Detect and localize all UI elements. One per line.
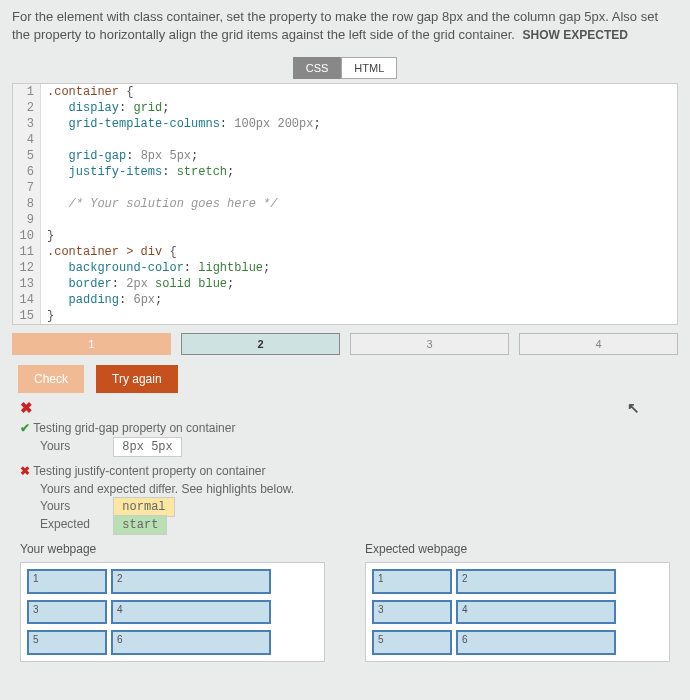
code-content[interactable]: background-color: lightblue; xyxy=(41,260,270,276)
step-2[interactable]: 2 xyxy=(181,333,340,355)
code-line[interactable]: 12 background-color: lightblue; xyxy=(13,260,677,276)
your-webpage-title: Your webpage xyxy=(20,542,325,556)
step-3[interactable]: 3 xyxy=(350,333,509,355)
step-4[interactable]: 4 xyxy=(519,333,678,355)
code-content[interactable] xyxy=(41,180,47,196)
code-content[interactable]: display: grid; xyxy=(41,100,169,116)
tab-html[interactable]: HTML xyxy=(341,57,397,79)
preview-cell: 1 xyxy=(372,569,452,594)
code-content[interactable]: padding: 6px; xyxy=(41,292,162,308)
preview-row: Your webpage 123456 Expected webpage 123… xyxy=(20,542,670,662)
expected-value: start xyxy=(113,515,167,535)
code-line[interactable]: 8 /* Your solution goes here */ xyxy=(13,196,677,212)
preview-cell: 1 xyxy=(27,569,107,594)
code-line[interactable]: 13 border: 2px solid blue; xyxy=(13,276,677,292)
check-button[interactable]: Check xyxy=(18,365,84,393)
step-row: 1 2 3 4 xyxy=(12,333,678,355)
cursor-icon: ↖ xyxy=(627,399,640,417)
line-number: 11 xyxy=(13,244,41,260)
step-1[interactable]: 1 xyxy=(12,333,171,355)
line-number: 4 xyxy=(13,132,41,148)
line-number: 13 xyxy=(13,276,41,292)
preview-cell: 6 xyxy=(111,630,271,655)
line-number: 6 xyxy=(13,164,41,180)
show-expected-link[interactable]: SHOW EXPECTED xyxy=(523,28,628,42)
button-row: Check Try again xyxy=(18,365,672,393)
code-line[interactable]: 15} xyxy=(13,308,677,324)
preview-cell: 3 xyxy=(372,600,452,625)
code-line[interactable]: 14 padding: 6px; xyxy=(13,292,677,308)
line-number: 2 xyxy=(13,100,41,116)
code-line[interactable]: 11.container > div { xyxy=(13,244,677,260)
code-content[interactable]: justify-items: stretch; xyxy=(41,164,234,180)
expected-webpage-preview: 123456 xyxy=(365,562,670,662)
code-line[interactable]: 10} xyxy=(13,228,677,244)
preview-cell: 2 xyxy=(456,569,616,594)
code-line[interactable]: 9 xyxy=(13,212,677,228)
line-number: 3 xyxy=(13,116,41,132)
line-number: 14 xyxy=(13,292,41,308)
code-line[interactable]: 7 xyxy=(13,180,677,196)
line-number: 10 xyxy=(13,228,41,244)
code-content[interactable]: /* Your solution goes here */ xyxy=(41,196,277,212)
yours-label-2: Yours xyxy=(40,499,110,513)
code-line[interactable]: 1.container { xyxy=(13,84,677,100)
preview-cell: 5 xyxy=(372,630,452,655)
code-content[interactable]: grid-gap: 8px 5px; xyxy=(41,148,198,164)
yours-value-1: 8px 5px xyxy=(113,437,181,457)
code-content[interactable]: .container > div { xyxy=(41,244,177,260)
line-number: 15 xyxy=(13,308,41,324)
overall-fail-icon: ✖ ↖ xyxy=(20,399,670,417)
code-content[interactable] xyxy=(41,132,47,148)
line-number: 7 xyxy=(13,180,41,196)
code-content[interactable]: border: 2px solid blue; xyxy=(41,276,234,292)
expected-webpage-title: Expected webpage xyxy=(365,542,670,556)
expected-label: Expected xyxy=(40,517,110,531)
yours-value-2: normal xyxy=(113,497,174,517)
code-content[interactable] xyxy=(41,212,47,228)
diff-msg: Yours and expected differ. See highlight… xyxy=(40,482,670,496)
editor-tabs: CSS HTML xyxy=(0,57,690,79)
line-number: 5 xyxy=(13,148,41,164)
preview-cell: 2 xyxy=(111,569,271,594)
code-line[interactable]: 5 grid-gap: 8px 5px; xyxy=(13,148,677,164)
code-editor[interactable]: 1.container {2 display: grid;3 grid-temp… xyxy=(12,83,678,325)
line-number: 8 xyxy=(13,196,41,212)
yours-label-1: Yours xyxy=(40,439,110,453)
code-line[interactable]: 3 grid-template-columns: 100px 200px; xyxy=(13,116,677,132)
code-content[interactable]: grid-template-columns: 100px 200px; xyxy=(41,116,321,132)
line-number: 1 xyxy=(13,84,41,100)
code-line[interactable]: 4 xyxy=(13,132,677,148)
preview-cell: 6 xyxy=(456,630,616,655)
line-number: 9 xyxy=(13,212,41,228)
test-grid-gap: Testing grid-gap property on container xyxy=(20,421,670,435)
tab-css[interactable]: CSS xyxy=(293,57,342,79)
code-line[interactable]: 6 justify-items: stretch; xyxy=(13,164,677,180)
try-again-button[interactable]: Try again xyxy=(96,365,178,393)
test-justify-content: Testing justify-content property on cont… xyxy=(20,464,670,478)
code-content[interactable]: .container { xyxy=(41,84,133,100)
preview-cell: 4 xyxy=(111,600,271,625)
your-webpage-preview: 123456 xyxy=(20,562,325,662)
results: Testing grid-gap property on container Y… xyxy=(20,421,670,532)
preview-cell: 5 xyxy=(27,630,107,655)
code-line[interactable]: 2 display: grid; xyxy=(13,100,677,116)
instructions: For the element with class container, se… xyxy=(0,0,690,51)
line-number: 12 xyxy=(13,260,41,276)
preview-cell: 3 xyxy=(27,600,107,625)
preview-cell: 4 xyxy=(456,600,616,625)
code-content[interactable]: } xyxy=(41,228,54,244)
code-content[interactable]: } xyxy=(41,308,54,324)
